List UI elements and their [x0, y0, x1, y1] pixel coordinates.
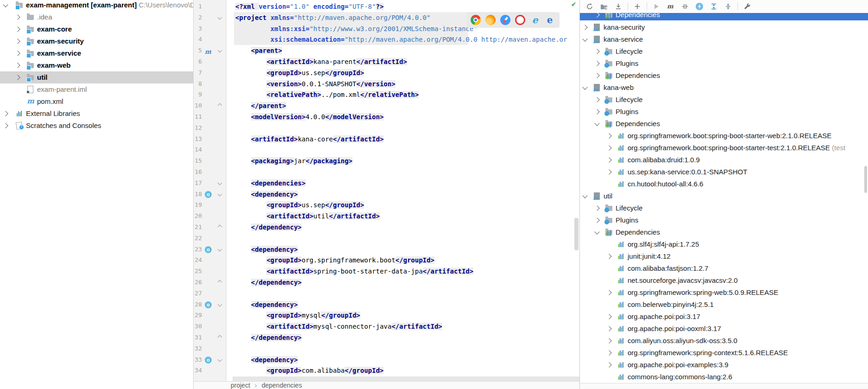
code-line[interactable]: 15 <packaging>jar</packaging> [194, 155, 579, 166]
chevron-right-icon[interactable] [582, 25, 587, 30]
code-line[interactable]: 28o↑ <dependency> [194, 299, 579, 310]
fold-open-icon[interactable] [218, 15, 222, 19]
maven-tree-row[interactable]: org.apache.poi:poi-examples:3.9 [580, 359, 868, 371]
chevron-down-icon[interactable] [582, 193, 587, 198]
maven-tree-row[interactable]: com.belerweb:pinyin4j:2.5.1 [580, 299, 868, 311]
chevron-right-icon[interactable] [594, 73, 599, 78]
code-line[interactable]: 26 </dependency> [194, 277, 579, 288]
maven-tree-row[interactable]: org.springframework.boot:spring-boot-sta… [580, 142, 868, 154]
maven-tree-row[interactable]: com.alibaba:fastjson:1.2.7 [580, 262, 868, 274]
chevron-right-icon[interactable] [15, 38, 20, 44]
maven-tree-row[interactable]: mkana-web [580, 82, 868, 94]
chevron-right-icon[interactable] [606, 169, 611, 174]
code-line[interactable]: 22 [194, 233, 579, 244]
firefox-icon[interactable] [485, 15, 496, 25]
maven-tree-row[interactable]: org.slf4j:slf4j-api:1.7.25 [580, 238, 868, 250]
project-tree-row[interactable]: Scratches and Consoles [0, 120, 193, 132]
chevron-right-icon[interactable] [15, 14, 20, 19]
fold-close-icon[interactable] [218, 335, 222, 340]
chevron-down-icon[interactable] [594, 229, 599, 234]
fold-open-icon[interactable] [218, 48, 222, 53]
settings-button[interactable] [742, 2, 752, 11]
fold-open-icon[interactable] [218, 302, 222, 306]
code-line[interactable]: 7 <groupId>us.sep</groupId> [194, 67, 579, 78]
run-button[interactable] [651, 2, 661, 11]
code-line[interactable]: 21 </dependency> [194, 222, 579, 233]
code-line[interactable]: 31 </dependency> [194, 332, 579, 343]
skip-tests-button[interactable] [694, 2, 704, 11]
fold-open-icon[interactable] [218, 357, 222, 362]
code-line[interactable]: 14 [194, 144, 579, 155]
code-line[interactable]: 19 <groupId>us.sep</groupId> [194, 199, 579, 210]
maven-tree-row[interactable]: com.aliyun.oss:aliyun-sdk-oss:3.5.0 [580, 335, 868, 347]
chevron-right-icon[interactable] [15, 75, 20, 80]
chevron-right-icon[interactable] [606, 338, 611, 343]
chevron-right-icon[interactable] [606, 133, 611, 138]
chevron-right-icon[interactable] [594, 49, 599, 54]
opera-icon[interactable] [515, 15, 525, 25]
edge-icon[interactable]: e [545, 15, 555, 25]
project-tree-row[interactable]: exam-service [0, 47, 193, 59]
project-tree-row[interactable]: External Libraries [0, 108, 193, 120]
fold-close-icon[interactable] [218, 280, 222, 285]
code-line[interactable]: 18o↑ <dependency> [194, 189, 579, 200]
code-line[interactable]: 1<?xml version="1.0" encoding="UTF-8"?> [194, 1, 579, 12]
maven-hscrollbar[interactable] [580, 383, 868, 389]
maven-tree-row[interactable]: cn.hutool:hutool-all:4.6.6 [580, 178, 868, 190]
maven-tree-row[interactable]: org.apache.poi:poi-ooxml:3.17 [580, 323, 868, 335]
override-gutter-icon[interactable]: o↑ [205, 300, 213, 309]
editor-pane[interactable]: 1<?xml version="1.0" encoding="UTF-8"?>2… [194, 0, 579, 389]
maven-tree-row[interactable]: mkana-security [580, 21, 868, 33]
code-line[interactable]: 23o↑ <dependency> [194, 244, 579, 255]
project-tree-row[interactable]: exam-management [exam-parent] C:\Users\l… [0, 0, 193, 11]
chevron-right-icon[interactable] [15, 51, 20, 56]
code-line[interactable]: 17 <dependencies> [194, 178, 579, 189]
chevron-right-icon[interactable] [594, 97, 599, 102]
code-line[interactable]: 11 <modelVersion>4.0.0</modelVersion> [194, 111, 579, 122]
reimport-button[interactable] [585, 2, 595, 11]
chevron-down-icon[interactable] [3, 2, 8, 7]
code-line[interactable]: 8 <version>0.0.1-SNAPSHOT</version> [194, 78, 579, 89]
maven-tree-row[interactable]: Plugins [580, 106, 868, 118]
override-gutter-icon[interactable]: o↑ [205, 245, 213, 254]
code-line[interactable]: 25 <artifactId>spring-boot-starter-data-… [194, 266, 579, 277]
chevron-right-icon[interactable] [594, 205, 599, 210]
fold-open-icon[interactable] [218, 247, 222, 251]
maven-tree-row[interactable]: org.springframework.boot:spring-boot-sta… [580, 130, 868, 142]
code-line[interactable]: 4 xsi:schemaLocation="http://maven.apach… [194, 34, 579, 45]
fold-open-icon[interactable] [218, 191, 222, 196]
chevron-right-icon[interactable] [594, 109, 599, 114]
chevron-right-icon[interactable] [606, 145, 611, 150]
maven-tree-row[interactable]: mkana-service [580, 33, 868, 45]
maven-tree-row[interactable]: mutil [580, 190, 868, 202]
code-line[interactable]: 10 </parent> [194, 100, 579, 111]
maven-tree-row[interactable]: org.springframework:spring-context:5.1.6… [580, 347, 868, 359]
toggle-offline-button[interactable] [680, 2, 690, 11]
maven-tree-row[interactable]: Plugins [580, 214, 868, 226]
code-line[interactable]: 34 <groupId>com.alibaba</groupId> [194, 365, 579, 376]
code-line[interactable]: 16 [194, 166, 579, 178]
chevron-right-icon[interactable] [15, 26, 20, 32]
maven-scrollbar[interactable] [864, 166, 867, 193]
chevron-right-icon[interactable] [606, 350, 611, 355]
chevron-right-icon[interactable] [606, 314, 611, 319]
maven-tree-row[interactable]: Dependencies [580, 70, 868, 82]
code-line[interactable]: 33o↑ <dependency> [194, 354, 579, 365]
maven-tree-row-selected[interactable]: Dependencies [580, 13, 868, 20]
project-tree-row[interactable]: exam-web [0, 59, 193, 71]
override-gutter-icon[interactable]: o↑ [205, 190, 213, 198]
maven-tree-row[interactable]: org.springframework:spring-web:5.0.9.REL… [580, 287, 868, 299]
chrome-icon[interactable] [471, 15, 481, 25]
maven-tree-row[interactable]: us.sep:kana-service:0.0.1-SNAPSHOT [580, 166, 868, 178]
maven-tree-row[interactable]: org.apache.poi:poi:3.17 [580, 311, 868, 323]
chevron-right-icon[interactable] [606, 362, 611, 367]
breadcrumb-item[interactable]: dependencies [262, 382, 302, 389]
inspection-ok-icon[interactable]: ✔ [571, 1, 576, 8]
chevron-right-icon[interactable] [606, 157, 611, 162]
breadcrumb-item[interactable]: project [231, 382, 250, 389]
maven-tree-row[interactable]: Lifecycle [580, 45, 868, 57]
chevron-right-icon[interactable] [606, 326, 611, 331]
maven-tree-row[interactable]: com.alibaba:druid:1.0.9 [580, 154, 868, 166]
code-line[interactable]: 29 <groupId>mysql</groupId> [194, 310, 579, 321]
chevron-down-icon[interactable] [582, 36, 587, 41]
